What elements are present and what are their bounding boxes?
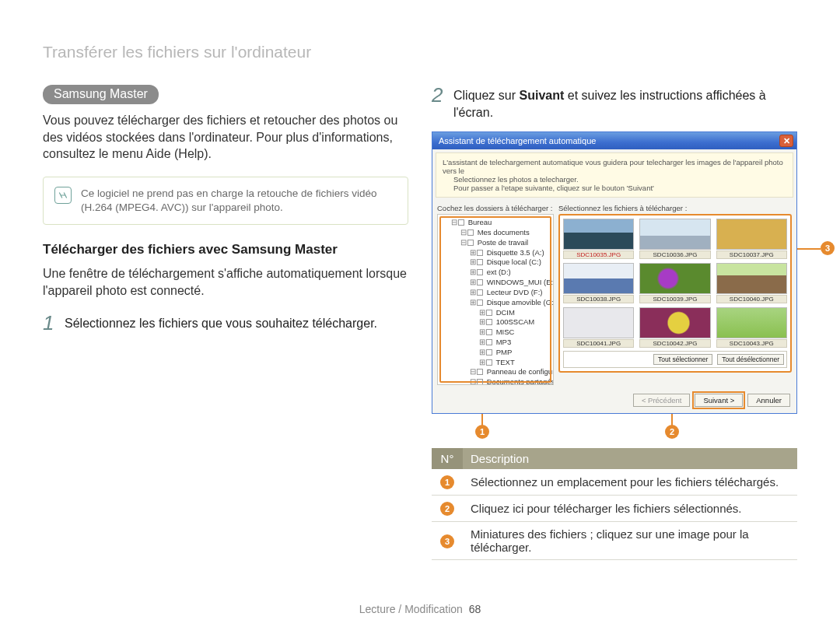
wizard-window: Assistant de téléchargement automatique …	[432, 131, 797, 414]
prev-button[interactable]: < Précédent	[633, 394, 691, 407]
thumbnail-image[interactable]	[639, 307, 710, 338]
tree-item[interactable]: ⊞ ext (D:)	[450, 268, 550, 278]
thumbnail-caption: SDC10035.JPG	[563, 250, 634, 259]
wh-line1: L'assistant de telechargement automatiqu…	[443, 158, 783, 175]
tree-item[interactable]: ⊟ Mes documents	[450, 228, 550, 238]
row-description: Sélectionnez un emplacement pour les fic…	[463, 469, 797, 496]
tree-item[interactable]: ⊞ PMP	[450, 348, 550, 358]
thumbnail[interactable]: SDC10035.JPG	[563, 219, 634, 259]
thumbnail[interactable]: SDC10038.JPG	[563, 263, 634, 303]
next-button[interactable]: Suivant >	[695, 394, 743, 407]
tree-item[interactable]: ⊟ Documents partagés	[450, 377, 550, 385]
tree-item[interactable]: ⊞ TEXT	[450, 358, 550, 368]
thumbnail[interactable]: SDC10037.JPG	[716, 219, 787, 259]
step-2: 2 Cliquez sur Suivant et suivez les inst…	[432, 85, 797, 121]
sub-intro: Une fenêtre de téléchargement s'affiche …	[43, 265, 408, 299]
deselect-all-button[interactable]: Tout désélectionner	[717, 354, 784, 365]
tree-item[interactable]: ⊞ Disque local (C:)	[450, 257, 550, 268]
callout-3: 3	[821, 241, 835, 255]
thumbnail-image[interactable]	[639, 263, 710, 294]
table-row: 2Cliquez ici pour télécharger les fichie…	[432, 496, 797, 522]
tree-item[interactable]: ⊟ Panneau de configurat	[450, 367, 550, 377]
folder-tree[interactable]: ⊟ Bureau⊟ Mes documents⊟ Poste de travai…	[437, 214, 554, 385]
cancel-button[interactable]: Annuler	[747, 394, 790, 407]
page-footer: Lecture / Modification 68	[0, 603, 840, 615]
tree-label: Cochez les dossiers à télécharger :	[437, 204, 554, 212]
wh-line2: Selectionnez les photos a telecharger.	[443, 175, 786, 184]
th-desc: Description	[463, 448, 797, 469]
thumbnail[interactable]: SDC10040.JPG	[716, 263, 787, 303]
tree-item[interactable]: ⊞ Disque amovible (G:)	[450, 298, 550, 308]
tree-item[interactable]: ⊞ DCIM	[450, 308, 550, 318]
thumbnail-image[interactable]	[563, 307, 634, 338]
thumbnail-caption: SDC10036.JPG	[639, 250, 710, 259]
thumbnail[interactable]: SDC10043.JPG	[716, 307, 787, 348]
thumbnail-caption: SDC10038.JPG	[563, 295, 634, 303]
thumbnail-caption: SDC10041.JPG	[563, 339, 634, 348]
step-number: 1	[43, 313, 58, 333]
thumbnail-image[interactable]	[639, 219, 710, 250]
thumbnail-image[interactable]	[716, 219, 787, 250]
tree-item[interactable]: ⊞ 100SSCAM	[450, 317, 550, 328]
footer-section: Lecture / Modification	[359, 603, 463, 615]
callout-2: 2	[665, 425, 679, 439]
step-text: Cliquez sur Suivant et suivez les instru…	[453, 85, 797, 121]
step2-prefix: Cliquez sur	[453, 89, 519, 102]
close-icon[interactable]: ✕	[779, 135, 793, 147]
thumbnail[interactable]: SDC10041.JPG	[563, 307, 634, 348]
breadcrumb: Transférer les fichiers sur l'ordinateur	[43, 43, 797, 61]
thumbnail-caption: SDC10039.JPG	[639, 295, 710, 303]
step-text: Sélectionnez les fichiers que vous souha…	[65, 313, 377, 332]
tree-item[interactable]: ⊞ Disquette 3.5 (A:)	[450, 248, 550, 258]
tree-item[interactable]: ⊟ Bureau	[450, 218, 550, 228]
table-row: 3Miniatures des fichiers ; cliquez sur u…	[432, 522, 797, 560]
row-description: Cliquez ici pour télécharger les fichier…	[463, 496, 797, 522]
tree-item[interactable]: ⊞ Lecteur DVD (F:)	[450, 288, 550, 298]
wh-line3: Pour passer a l'etape suivante, cliquez …	[443, 184, 786, 192]
thumbnail[interactable]: SDC10042.JPG	[639, 307, 710, 348]
footer-page: 68	[469, 603, 481, 615]
thumbnail-area: SDC10035.JPGSDC10036.JPGSDC10037.JPGSDC1…	[558, 214, 792, 373]
intro-text: Vous pouvez télécharger des fichiers et …	[43, 112, 408, 163]
row-number-badge: 2	[440, 502, 454, 516]
tree-item[interactable]: ⊟ Poste de travail	[450, 238, 550, 248]
thumbnail-image[interactable]	[716, 307, 787, 338]
th-num: N°	[432, 448, 463, 469]
note-icon	[54, 187, 72, 204]
thumbnail-caption: SDC10043.JPG	[716, 339, 787, 348]
wizard-header: L'assistant de telechargement automatiqu…	[436, 152, 793, 198]
thumbnail[interactable]: SDC10036.JPG	[639, 219, 710, 259]
thumbnail-caption: SDC10040.JPG	[716, 295, 787, 303]
thumbnail-caption: SDC10037.JPG	[716, 250, 787, 259]
thumbnail-image[interactable]	[563, 219, 634, 250]
tree-item[interactable]: ⊞ WINDOWS_MUI (E:)	[450, 278, 550, 288]
step-1: 1 Sélectionnez les fichiers que vous sou…	[43, 313, 408, 333]
thumbnail-image[interactable]	[716, 263, 787, 294]
thumbnail-image[interactable]	[563, 263, 634, 294]
step-number: 2	[432, 85, 447, 105]
tree-item[interactable]: ⊞ MISC	[450, 328, 550, 338]
thumb-label: Sélectionnez les fichiers à télécharger …	[558, 204, 792, 212]
subheading: Télécharger des fichiers avec Samsung Ma…	[43, 242, 408, 257]
description-table: N° Description 1Sélectionnez un emplacem…	[432, 448, 797, 560]
thumbnail-caption: SDC10042.JPG	[639, 339, 710, 348]
select-all-button[interactable]: Tout sélectionner	[653, 354, 712, 365]
note-text: Ce logiciel ne prend pas en charge la re…	[81, 187, 397, 215]
wizard-title: Assistant de téléchargement automatique	[439, 136, 596, 145]
tree-item[interactable]: ⊞ MP3	[450, 338, 550, 348]
row-description: Miniatures des fichiers ; cliquez sur un…	[463, 522, 797, 560]
thumbnail[interactable]: SDC10039.JPG	[639, 263, 710, 303]
row-number-badge: 3	[440, 534, 454, 548]
wizard-titlebar: Assistant de téléchargement automatique …	[432, 132, 796, 149]
note-box: Ce logiciel ne prend pas en charge la re…	[43, 177, 408, 225]
section-badge: Samsung Master	[43, 85, 159, 104]
callout-1: 1	[475, 425, 489, 439]
table-row: 1Sélectionnez un emplacement pour les fi…	[432, 469, 797, 496]
step2-bold: Suivant	[519, 89, 564, 102]
row-number-badge: 1	[440, 475, 454, 489]
